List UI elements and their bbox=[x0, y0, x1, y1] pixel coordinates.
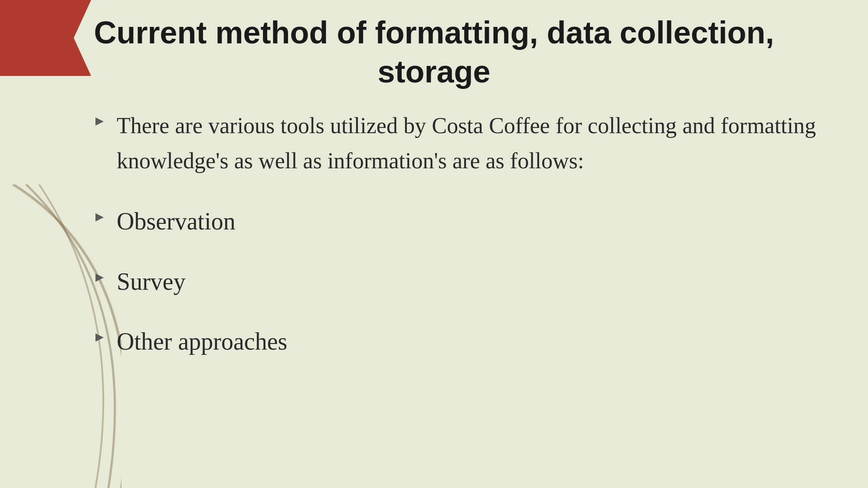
bullet-item-3: ▸ Survey bbox=[95, 265, 816, 298]
title-line1: Current method of formatting, data colle… bbox=[94, 15, 774, 50]
content-area: ▸ There are various tools utilized by Co… bbox=[95, 108, 816, 384]
bullet-item-4: ▸ Other approaches bbox=[95, 324, 816, 358]
bullet-marker-3: ▸ bbox=[95, 268, 104, 285]
slide-title: Current method of formatting, data colle… bbox=[65, 13, 803, 91]
bullet-item-2: ▸ Observation bbox=[95, 204, 816, 238]
slide: Current method of formatting, data colle… bbox=[0, 0, 868, 488]
bullet-item-1: ▸ There are various tools utilized by Co… bbox=[95, 108, 816, 178]
bullet-marker-1: ▸ bbox=[95, 112, 104, 128]
bullet-text-1: There are various tools utilized by Cost… bbox=[117, 108, 816, 178]
title-line2: storage bbox=[377, 54, 490, 89]
bullet-marker-2: ▸ bbox=[95, 208, 104, 224]
bullet-text-4: Other approaches bbox=[117, 324, 287, 358]
bullet-text-3: Survey bbox=[117, 265, 186, 298]
bullet-marker-4: ▸ bbox=[95, 328, 104, 344]
title-area: Current method of formatting, data colle… bbox=[65, 13, 803, 91]
bullet-text-2: Observation bbox=[117, 204, 236, 238]
